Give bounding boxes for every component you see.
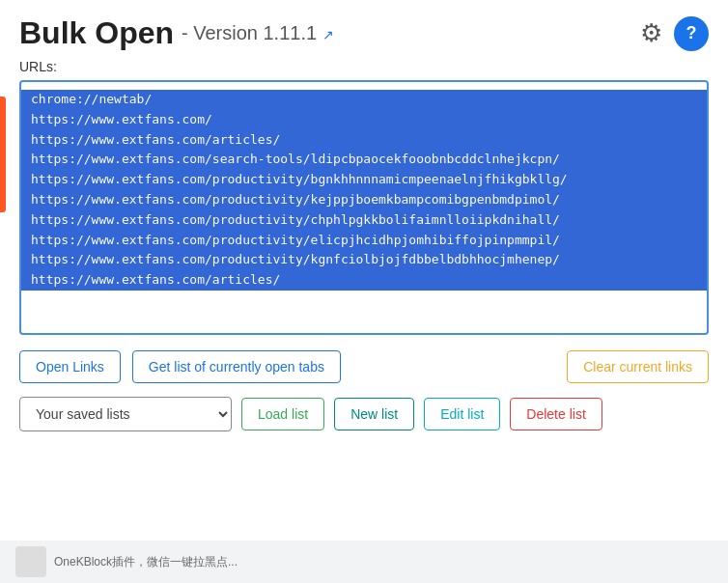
header-row: Bulk Open - Version 1.11.1 ↗ ⚙ ? [19, 15, 709, 51]
url-input-wrapper: chrome://newtab/ https://www.extfans.com… [19, 80, 709, 335]
bottom-bar-thumbnail [15, 546, 46, 577]
version-text: - Version 1.11.1 ↗ [182, 22, 334, 44]
url-line-5: https://www.extfans.com/productivity/bgn… [21, 170, 707, 190]
edit-list-button[interactable]: Edit list [424, 398, 500, 430]
action-buttons-row: Open Links Get list of currently open ta… [19, 350, 709, 383]
settings-icon-button[interactable]: ⚙ [636, 18, 666, 48]
new-list-button[interactable]: New list [334, 398, 414, 430]
app-title: Bulk Open [19, 15, 174, 51]
url-line-9: https://www.extfans.com/productivity/kgn… [21, 250, 707, 270]
saved-lists-row: Your saved lists Load list New list Edit… [19, 397, 709, 431]
separator: - [182, 22, 193, 43]
bottom-bar: OneKBlock插件，微信一键拉黑点... [0, 541, 728, 583]
url-line-1: chrome://newtab/ [21, 90, 707, 110]
clear-links-button[interactable]: Clear current links [567, 350, 709, 383]
url-textarea-content: chrome://newtab/ https://www.extfans.com… [21, 82, 707, 333]
url-line-4: https://www.extfans.com/search-tools/ldi… [21, 150, 707, 170]
url-line-8: https://www.extfans.com/productivity/eli… [21, 231, 707, 251]
header-icons: ⚙ ? [636, 16, 709, 51]
saved-lists-select[interactable]: Your saved lists [19, 397, 232, 431]
open-links-button[interactable]: Open Links [19, 350, 121, 383]
url-line-7: https://www.extfans.com/productivity/chp… [21, 210, 707, 231]
bottom-bar-text: OneKBlock插件，微信一键拉黑点... [54, 554, 238, 570]
external-link-icon[interactable]: ↗ [322, 27, 334, 42]
urls-label: URLs: [19, 59, 709, 74]
delete-list-button[interactable]: Delete list [510, 398, 602, 430]
main-container: Bulk Open - Version 1.11.1 ↗ ⚙ ? URLs: c… [0, 0, 728, 447]
get-tabs-button[interactable]: Get list of currently open tabs [132, 350, 341, 383]
url-line-10: https://www.extfans.com/articles/ [21, 270, 707, 291]
url-line-3: https://www.extfans.com/articles/ [21, 130, 707, 151]
load-list-button[interactable]: Load list [241, 398, 324, 430]
url-line-2: https://www.extfans.com/ [21, 110, 707, 130]
url-line-6: https://www.extfans.com/productivity/kej… [21, 190, 707, 210]
help-icon-button[interactable]: ? [674, 16, 709, 51]
left-accent-bar [0, 97, 6, 212]
title-area: Bulk Open - Version 1.11.1 ↗ [19, 15, 334, 51]
